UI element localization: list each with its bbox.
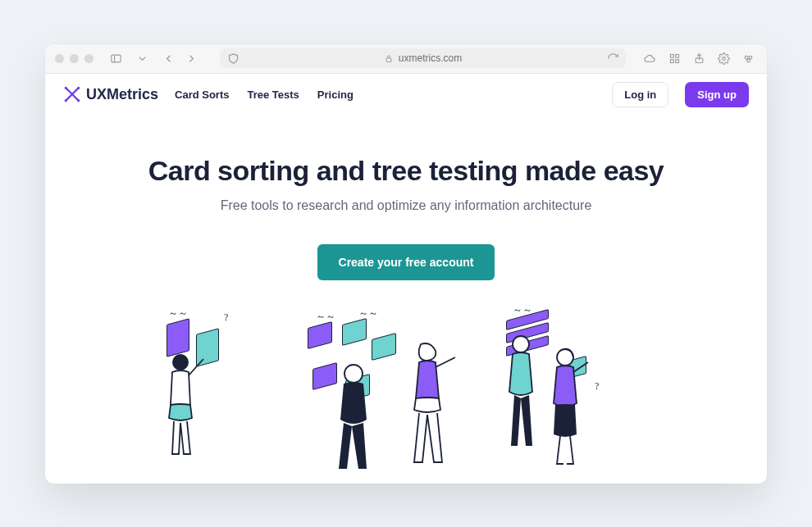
brand-name: UXMetrics xyxy=(86,86,158,103)
svg-point-20 xyxy=(172,354,189,370)
svg-point-10 xyxy=(749,56,752,59)
sidebar-toggle-icon[interactable] xyxy=(107,49,125,67)
primary-nav: Card Sorts Tree Tests Pricing xyxy=(175,89,354,101)
hero-subheadline: Free tools to research and optimize any … xyxy=(221,198,592,213)
svg-point-11 xyxy=(746,59,750,62)
address-bar[interactable]: uxmetrics.com xyxy=(220,48,626,68)
person-illustration-3 xyxy=(398,339,455,470)
svg-point-17 xyxy=(77,87,80,89)
person-illustration-1 xyxy=(156,348,205,462)
privacy-shield-icon[interactable] xyxy=(226,52,239,65)
logo-mark-icon xyxy=(63,85,81,103)
svg-point-16 xyxy=(65,87,67,89)
svg-point-9 xyxy=(745,56,748,59)
svg-line-13 xyxy=(72,89,78,94)
minimize-window-dot[interactable] xyxy=(70,54,79,63)
svg-point-21 xyxy=(344,365,363,383)
svg-point-18 xyxy=(65,99,67,102)
zoom-window-dot[interactable] xyxy=(84,54,94,63)
site-header: UXMetrics Card Sorts Tree Tests Pricing … xyxy=(45,74,767,116)
svg-rect-4 xyxy=(675,54,678,57)
page-content: UXMetrics Card Sorts Tree Tests Pricing … xyxy=(45,74,767,484)
nav-card-sorts[interactable]: Card Sorts xyxy=(175,89,229,101)
hero-illustration: ～～ ? ～～ ～～ xyxy=(152,307,660,479)
browser-toolbar: uxmetrics.com xyxy=(45,44,767,74)
back-button-icon[interactable] xyxy=(159,49,177,67)
person-illustration-4 xyxy=(496,331,545,454)
signup-button[interactable]: Sign up xyxy=(685,82,749,107)
reload-icon[interactable] xyxy=(606,52,619,65)
person-illustration-5 xyxy=(544,346,590,469)
login-button[interactable]: Log in xyxy=(612,82,668,107)
brand-logo[interactable]: UXMetrics xyxy=(63,85,158,103)
window-traffic-lights xyxy=(55,54,94,63)
grid-icon[interactable] xyxy=(665,49,683,67)
svg-point-22 xyxy=(513,336,529,352)
lock-icon xyxy=(384,53,394,63)
svg-line-12 xyxy=(66,89,72,94)
url-text: uxmetrics.com xyxy=(399,52,462,64)
nav-tree-tests[interactable]: Tree Tests xyxy=(248,89,299,101)
svg-rect-6 xyxy=(675,59,678,62)
hero-section: Card sorting and tree testing made easy … xyxy=(45,116,767,484)
gear-icon[interactable] xyxy=(714,49,732,67)
share-icon[interactable] xyxy=(690,49,708,67)
hero-headline: Card sorting and tree testing made easy xyxy=(148,155,664,187)
svg-line-14 xyxy=(66,94,72,100)
svg-rect-2 xyxy=(386,58,391,62)
svg-point-8 xyxy=(722,57,725,60)
svg-rect-5 xyxy=(670,59,673,62)
svg-line-15 xyxy=(72,94,78,100)
svg-rect-3 xyxy=(670,54,673,57)
cta-create-account-button[interactable]: Create your free account xyxy=(317,244,495,280)
svg-point-19 xyxy=(77,99,80,102)
browser-window: uxmetrics.com xyxy=(45,44,767,484)
nav-pricing[interactable]: Pricing xyxy=(317,89,354,101)
cloud-icon[interactable] xyxy=(641,49,659,67)
forward-button-icon[interactable] xyxy=(182,49,200,67)
close-window-dot[interactable] xyxy=(55,54,64,63)
chevron-down-icon[interactable] xyxy=(133,49,151,67)
person-illustration-2 xyxy=(324,361,381,475)
extension-icon[interactable] xyxy=(739,49,757,67)
svg-rect-0 xyxy=(111,55,120,62)
